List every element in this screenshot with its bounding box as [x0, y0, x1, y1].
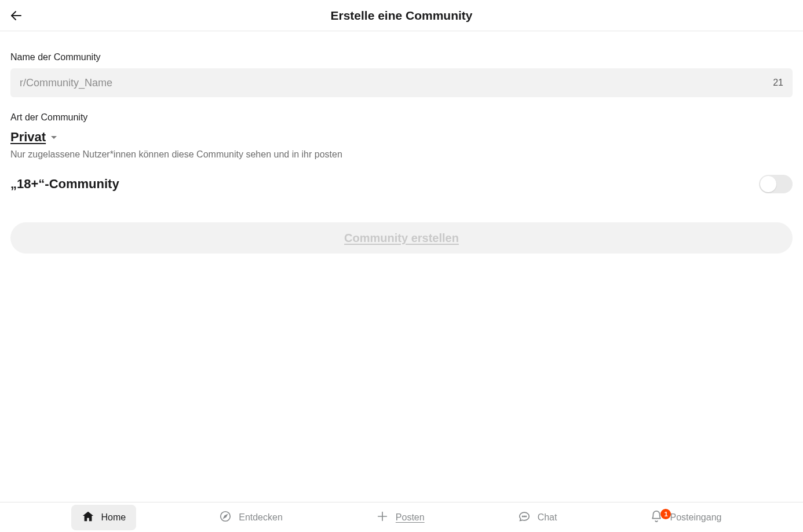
adult-content-label: „18+“-Community — [10, 177, 119, 192]
plus-icon — [376, 510, 389, 525]
back-button[interactable] — [6, 5, 27, 26]
page-header: Erstelle eine Community — [0, 0, 803, 31]
community-name-input[interactable] — [20, 77, 766, 89]
community-name-section: Name der Community 21 — [10, 52, 793, 97]
char-counter: 21 — [773, 78, 783, 88]
nav-post-label: Posten — [396, 512, 425, 523]
svg-point-6 — [522, 516, 523, 516]
nav-chat[interactable]: Chat — [508, 505, 568, 530]
svg-marker-3 — [224, 515, 227, 518]
nav-post[interactable]: Posten — [366, 505, 435, 530]
form-content: Name der Community 21 Art der Community … — [0, 31, 803, 502]
community-type-description: Nur zugelassene Nutzer*innen können dies… — [10, 149, 793, 160]
toggle-knob — [760, 176, 776, 192]
community-name-input-container: 21 — [10, 68, 793, 97]
svg-point-8 — [525, 516, 526, 516]
community-type-value: Privat — [10, 130, 46, 145]
create-community-button-label: Community erstellen — [344, 232, 459, 245]
chevron-down-icon — [49, 133, 59, 142]
nav-discover[interactable]: Entdecken — [209, 505, 293, 530]
svg-point-7 — [524, 516, 524, 516]
arrow-left-icon — [9, 9, 23, 23]
compass-icon — [219, 510, 232, 525]
nav-home[interactable]: Home — [71, 505, 137, 530]
chat-icon — [518, 510, 531, 525]
bottom-navigation: Home Entdecken Posten — [0, 502, 803, 532]
adult-content-toggle[interactable] — [759, 175, 793, 193]
create-community-button[interactable]: Community erstellen — [10, 222, 793, 254]
nav-inbox[interactable]: 1 Posteingang — [640, 505, 732, 530]
nav-home-label: Home — [101, 512, 126, 523]
community-type-section: Art der Community Privat Nur zugelassene… — [10, 112, 793, 160]
home-icon — [82, 510, 94, 525]
nav-chat-label: Chat — [538, 512, 557, 523]
page-title: Erstelle eine Community — [330, 9, 472, 23]
community-name-label: Name der Community — [10, 52, 793, 63]
svg-marker-1 — [51, 136, 57, 139]
inbox-badge: 1 — [660, 509, 671, 519]
community-type-label: Art der Community — [10, 112, 793, 123]
community-type-dropdown[interactable]: Privat — [10, 130, 59, 145]
nav-inbox-label: Posteingang — [670, 512, 721, 523]
bell-icon: 1 — [650, 510, 663, 525]
nav-discover-label: Entdecken — [239, 512, 283, 523]
adult-content-section: „18+“-Community — [10, 175, 793, 193]
